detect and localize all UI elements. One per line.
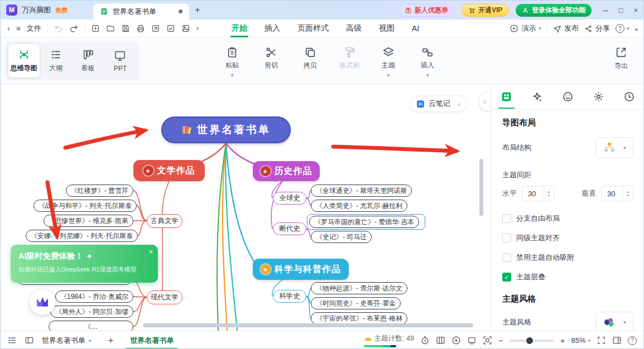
sheet-tab-active[interactable]: 世界名著书单 bbox=[121, 331, 182, 349]
book-item[interactable]: 《史记》- 司马迁 bbox=[311, 231, 372, 243]
share-button[interactable]: 分享 bbox=[584, 23, 610, 33]
book-item[interactable]: 《宇宙的琴弦》- 布莱恩·格林 bbox=[311, 312, 407, 324]
mode-kanban[interactable]: 看板 bbox=[73, 44, 104, 77]
frame-icon[interactable] bbox=[467, 336, 477, 345]
panel-checkbox-1[interactable]: ✓ 同级主题对齐 bbox=[502, 233, 560, 243]
mode-outline[interactable]: 大纲 bbox=[40, 44, 71, 77]
mindmap-canvas[interactable]: 云笔记 ‹ 世界名著书单 ★ 文学作品 ★ 历史作品 ★ 科学与科普作品 古典文… bbox=[1, 84, 491, 331]
board-view-icon[interactable] bbox=[25, 336, 34, 345]
theme-style-dropdown[interactable]: ▾ bbox=[595, 312, 633, 331]
panel-tab-settings[interactable] bbox=[589, 85, 608, 108]
zoom-slider[interactable] bbox=[510, 340, 554, 342]
theme-button[interactable]: 主题 ▾ bbox=[373, 42, 403, 78]
book-item[interactable]: 《… bbox=[49, 321, 133, 331]
play-presentation-icon[interactable] bbox=[451, 336, 461, 345]
branch-history[interactable]: ★ 历史作品 bbox=[253, 161, 320, 181]
redo-button[interactable] bbox=[69, 24, 78, 33]
book-item[interactable]: 《战争与和平》- 列夫·托尔斯泰 bbox=[33, 200, 137, 212]
group-dynastic-history[interactable]: 断代史 bbox=[273, 222, 306, 235]
screenshot-icon[interactable] bbox=[166, 24, 175, 33]
horizontal-scrollbar[interactable] bbox=[143, 323, 473, 327]
panel-tab-layout[interactable] bbox=[497, 85, 516, 108]
fullscreen-icon[interactable] bbox=[597, 336, 606, 345]
book-item[interactable]: 《局外人》- 阿尔贝·加缪 bbox=[50, 306, 133, 318]
vertical-scrollbar[interactable] bbox=[479, 159, 483, 216]
group-modern-literature[interactable]: 现代文学 bbox=[147, 290, 182, 304]
book-item[interactable]: 《人类简史》- 尤瓦尔·赫拉利 bbox=[311, 200, 407, 212]
book-item[interactable]: 《1984》- 乔治·奥威尔 bbox=[55, 290, 133, 303]
outline-panel-icon[interactable] bbox=[7, 336, 17, 345]
minimize-button[interactable]: ─ bbox=[603, 6, 608, 14]
new-icon[interactable] bbox=[91, 24, 100, 33]
save-icon[interactable] bbox=[121, 24, 130, 33]
close-button[interactable]: × bbox=[633, 6, 638, 14]
panel-tab-stickers[interactable] bbox=[559, 85, 577, 108]
layout-structure-dropdown[interactable]: ▾ bbox=[595, 137, 633, 158]
group-classical-literature[interactable]: 古典文学 bbox=[147, 214, 182, 228]
group-global-history[interactable]: 全球史 bbox=[273, 192, 306, 205]
copy-button[interactable]: 拷贝 bbox=[295, 42, 325, 70]
slides-view-icon[interactable] bbox=[436, 336, 445, 345]
tab-view[interactable]: 视图 bbox=[378, 20, 396, 37]
promo-close-icon[interactable]: × bbox=[149, 248, 153, 256]
doc-switcher[interactable]: 世界名著书单 ▾ bbox=[42, 336, 92, 346]
add-sheet-button[interactable]: + bbox=[108, 335, 114, 346]
image-icon[interactable] bbox=[181, 24, 190, 33]
mode-ppt[interactable]: PPT bbox=[104, 44, 136, 77]
export-button[interactable]: 导出 bbox=[614, 46, 628, 71]
undo-button[interactable] bbox=[54, 24, 63, 33]
present-button[interactable]: 演示 ▾ bbox=[510, 23, 541, 33]
publish-button[interactable]: 发布 bbox=[553, 23, 579, 33]
book-item[interactable]: 《红楼梦》- 曹雪芹 bbox=[66, 185, 133, 197]
panel-checkbox-0[interactable]: ✓ 分支自由布局 bbox=[502, 214, 560, 224]
timer-icon[interactable] bbox=[420, 336, 430, 345]
mode-mindmap[interactable]: 思维导图 bbox=[8, 44, 40, 77]
book-item[interactable]: 《全球通史》- 斯塔夫里阿诺斯 bbox=[311, 185, 412, 197]
export-image-icon[interactable] bbox=[151, 24, 160, 33]
insert-button[interactable]: 插入 ▾ bbox=[412, 42, 443, 78]
book-item[interactable]: 《悲惨世界》- 维克多·雨果 bbox=[44, 215, 133, 227]
sidebar-toggle-icon[interactable] bbox=[612, 336, 622, 345]
cut-button[interactable]: 剪切 bbox=[256, 42, 286, 70]
fit-to-screen-icon[interactable] bbox=[483, 336, 492, 345]
cloud-note-button[interactable]: 云笔记 ‹ bbox=[410, 95, 467, 112]
panel-tab-history[interactable] bbox=[620, 85, 638, 108]
vip-button[interactable]: 开通VIP bbox=[462, 4, 509, 17]
help-button[interactable]: ? ▾ bbox=[616, 24, 629, 33]
panel-tab-ai-beautify[interactable] bbox=[528, 85, 546, 108]
horizontal-spacing-input[interactable]: 30 ▴▾ bbox=[522, 186, 554, 201]
collapse-ribbon-button[interactable]: ▴ bbox=[635, 25, 638, 32]
print-icon[interactable] bbox=[136, 24, 145, 33]
book-item[interactable]: 《时间简史》- 史蒂芬·霍金 bbox=[311, 297, 401, 309]
tab-insert[interactable]: 插入 bbox=[263, 20, 281, 37]
document-tab[interactable]: 世界名著书单 bbox=[93, 3, 189, 20]
book-item[interactable]: 《物种起源》- 查尔斯·达尔文 bbox=[311, 282, 407, 294]
paste-button[interactable]: 粘贴 ▾ bbox=[217, 42, 247, 78]
tab-page-style[interactable]: 页面样式 bbox=[296, 20, 330, 37]
stepper-arrows[interactable]: ▴▾ bbox=[623, 186, 633, 201]
open-icon[interactable] bbox=[106, 24, 115, 33]
login-button[interactable]: 登录体验全部功能 bbox=[516, 4, 592, 17]
format-painter-button[interactable]: 格式刷 bbox=[334, 42, 364, 70]
help-icon[interactable]: ? bbox=[628, 336, 637, 345]
maximize-button[interactable]: □ bbox=[619, 6, 623, 14]
branch-literature[interactable]: ★ 文学作品 bbox=[133, 160, 205, 181]
tab-advanced[interactable]: 高级 bbox=[345, 20, 363, 37]
main-menu-button[interactable]: ≡ bbox=[16, 24, 21, 33]
book-item-selected[interactable]: 《罗马帝国的衰亡》- 爱德华·吉本 bbox=[309, 216, 419, 228]
group-science-history[interactable]: 科学史 bbox=[273, 290, 306, 303]
root-topic[interactable]: 世界名著书单 bbox=[161, 117, 291, 143]
zoom-slider-knob[interactable] bbox=[526, 337, 533, 344]
book-item[interactable]: 《安娜·卡列尼娜》- 列夫·托尔斯泰 bbox=[26, 230, 138, 242]
assistant-avatar[interactable] bbox=[30, 289, 55, 315]
panel-checkbox-2[interactable]: ✓ 禁用主题自动吸附 bbox=[502, 253, 574, 263]
zoom-in-button[interactable]: + bbox=[560, 336, 565, 345]
zoom-level-dropdown[interactable]: 85% ▾ bbox=[571, 336, 590, 345]
file-menu[interactable]: 文件 bbox=[27, 23, 41, 33]
coupon-button[interactable]: 新人优惠券 bbox=[398, 4, 455, 17]
tab-ai[interactable]: AI bbox=[411, 21, 420, 36]
stepper-arrows[interactable]: ▴▾ bbox=[544, 186, 554, 201]
zoom-out-button[interactable]: − bbox=[498, 336, 503, 345]
tab-start[interactable]: 开始 bbox=[230, 20, 248, 37]
new-tab-button[interactable]: + bbox=[195, 4, 200, 16]
